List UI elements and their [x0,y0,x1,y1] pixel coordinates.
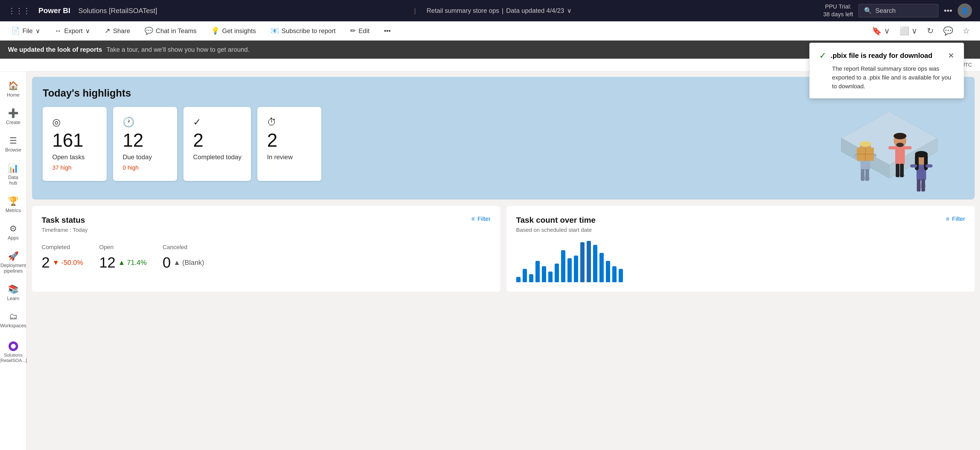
home-icon: 🏠 [8,81,19,91]
sidebar-item-deployment[interactable]: 🚀 Deployment pipelines [2,247,25,278]
more-toolbar-button[interactable]: ••• [381,25,394,37]
avatar[interactable]: 👤 [958,3,972,18]
completed-pct: ▼ -50.0% [52,259,83,267]
create-icon: ➕ [8,108,19,118]
main-layout: 🏠 Home ➕ Create ☰ Browse 📊 Data hub 🏆 Me… [0,72,980,450]
sidebar-item-browse[interactable]: ☰ Browse [2,132,25,157]
share-icon: ↗ [105,27,110,35]
svg-point-9 [896,143,904,147]
due-today-card: 🕐 12 Due today 0 high [113,107,177,181]
task-count-header: Task count over time Based on scheduled … [516,216,965,240]
toolbar: 📄 File ∨ ↔ Export ∨ ↗ Share 💬 Chat in Te… [0,21,980,41]
chart-bar [529,274,533,282]
solutions-icon [8,342,18,351]
view-icon[interactable]: ⬜ ∨ [897,24,920,38]
open-col: Open 12 ▲ 71.4% [99,244,147,271]
file-icon: 📄 [11,27,20,35]
task-count-subtitle: Based on scheduled start date [516,227,596,233]
file-menu[interactable]: 📄 File ∨ [8,25,43,37]
in-review-number: 2 [267,131,312,149]
refresh-icon[interactable]: ↻ [925,24,936,38]
sidebar-item-datahub[interactable]: 📊 Data hub [2,159,25,190]
file-chevron: ∨ [35,27,40,35]
due-today-icon: 🕐 [123,116,167,128]
svg-point-17 [859,142,871,147]
task-status-header: Task status Timeframe : Today ≡ Filter [41,216,491,240]
filter-icon: ≡ [471,216,475,223]
sidebar-item-metrics[interactable]: 🏆 Metrics [2,192,25,217]
sidebar-create-label: Create [6,120,20,126]
comment-icon[interactable]: 💬 [941,24,955,38]
completed-icon: ✓ [193,116,241,128]
open-tasks-number: 161 [52,131,97,149]
workspace-label: Solutions [RetailSOATest] [78,7,158,15]
search-box[interactable]: 🔍 Search [858,4,939,17]
in-review-icon: ⏱ [267,116,312,128]
svg-rect-10 [888,146,896,149]
completed-today-card: ✓ 2 Completed today [183,107,251,181]
chat-teams-button[interactable]: 💬 Chat in Teams [142,25,200,37]
open-pct: ▲ 71.4% [118,259,147,267]
favorite-icon[interactable]: ☆ [961,24,972,38]
datahub-icon: 📊 [8,163,19,173]
bookmark-icon[interactable]: 🔖 ∨ [870,24,892,38]
sidebar-item-create[interactable]: ➕ Create [2,104,25,129]
deployment-icon: 🚀 [8,251,19,261]
subscribe-button[interactable]: 📧 Subscribe to report [267,25,339,37]
open-header: Open [99,244,147,251]
sidebar-item-solutions[interactable]: Solutions [RetailSOA...] [2,338,25,367]
ppu-trial: PPU Trial: 38 days left [823,3,853,18]
canceled-pct: ▲ (Blank) [173,259,204,267]
sidebar-item-home[interactable]: 🏠 Home [2,77,25,102]
due-today-sub: 0 high [123,164,167,171]
sidebar-browse-label: Browse [5,147,21,153]
get-insights-button[interactable]: 💡 Get insights [208,25,259,37]
teams-icon: 💬 [145,27,153,35]
banner-rest-text: Take a tour, and we'll show you how to g… [107,46,250,53]
completed-col: Completed 2 ▼ -50.0% [41,244,83,271]
topbar: ⋮⋮⋮ Power BI Solutions [RetailSOATest] |… [0,0,980,21]
main-content: Today's highlights ◎ 161 Open tasks 37 h… [27,72,980,450]
chart-bar [580,242,584,282]
sidebar-item-workspaces[interactable]: 🗂 Workspaces [2,308,25,332]
completed-value: 2 ▼ -50.0% [41,254,83,271]
grid-icon[interactable]: ⋮⋮⋮ [8,6,30,15]
sidebar-item-apps[interactable]: ⚙ Apps [2,220,25,245]
export-icon: ↔ [55,27,62,35]
edit-icon: ✏ [350,27,356,35]
canceled-col: Canceled 0 ▲ (Blank) [163,244,204,271]
svg-rect-6 [900,164,904,177]
topbar-right: PPU Trial: 38 days left 🔍 Search ••• 👤 [823,3,972,18]
toolbar-actions-right: 🔖 ∨ ⬜ ∨ ↻ 💬 ☆ [870,24,972,38]
more-icon[interactable]: ••• [944,6,952,15]
chart-bar [548,272,552,282]
open-tasks-label: Open tasks [52,153,97,161]
svg-rect-30 [924,154,928,170]
chart-bar [574,256,578,282]
open-tasks-icon: ◎ [52,116,97,128]
export-menu[interactable]: ↔ Export ∨ [51,25,93,37]
in-review-card: ⏱ 2 In review [257,107,321,181]
completed-header: Completed [41,244,83,251]
svg-rect-14 [861,169,864,181]
toast-header: ✓ .pbix file is ready for download ✕ [819,51,954,60]
svg-rect-32 [926,164,932,167]
toast-close-button[interactable]: ✕ [948,51,954,60]
task-status-filter-button[interactable]: ≡ Filter [471,216,491,223]
sidebar-metrics-label: Metrics [6,208,21,213]
chart-bar [593,245,597,282]
insights-icon: 💡 [211,27,220,35]
edit-button[interactable]: ✏ Edit [347,25,373,37]
chart-bar [555,264,559,282]
task-count-title: Task count over time [516,216,596,224]
sidebar-deployment-label: Deployment pipelines [0,263,26,274]
task-count-filter-button[interactable]: ≡ Filter [946,216,965,223]
sidebar-item-learn[interactable]: 📚 Learn [2,280,25,305]
chart-bar [619,269,623,282]
share-button[interactable]: ↗ Share [101,25,133,37]
svg-rect-31 [910,164,917,167]
sidebar-home-label: Home [7,92,19,98]
toast-body: The report Retail summary store ops was … [819,64,954,91]
chart-bar [600,253,604,282]
sidebar-solutions-label: Solutions [RetailSOA...] [0,353,27,364]
